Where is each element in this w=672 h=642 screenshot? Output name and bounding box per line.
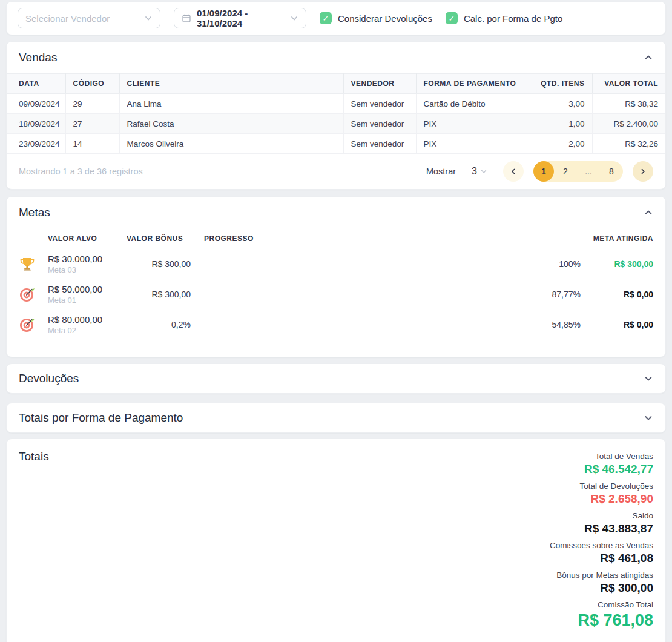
meta-valor-alvo: R$ 50.000,00 xyxy=(48,284,127,294)
chevron-down-icon xyxy=(144,14,153,22)
section-title-totais: Totais xyxy=(19,450,49,635)
total-comissao-total: Comissão Total R$ 761,08 xyxy=(550,600,653,630)
progress-percent: 87,77% xyxy=(544,290,581,299)
total-label: Total de Devoluções xyxy=(550,482,653,491)
meta-row: R$ 30.000,00 Meta 03 R$ 300,00 100% R$ 3… xyxy=(7,249,665,279)
chevron-up-icon[interactable] xyxy=(644,208,653,217)
chevron-up-icon[interactable] xyxy=(644,53,653,62)
cell-codigo: 14 xyxy=(65,134,119,154)
cell-cliente: Rafael Costa xyxy=(119,114,343,134)
chevron-down-icon[interactable] xyxy=(644,374,653,383)
meta-name: Meta 03 xyxy=(48,265,127,274)
total-bonus-metas: Bônus por Metas atingidas R$ 300,00 xyxy=(550,571,653,595)
cell-vendedor: Sem vendedor xyxy=(343,94,416,114)
metas-section: Metas VALOR ALVO VALOR BÔNUS PROGRESSO M… xyxy=(6,196,666,357)
total-value: R$ 46.542,77 xyxy=(550,463,653,476)
cell-data: 09/09/2024 xyxy=(7,94,65,114)
checkbox-considerar-devolucoes[interactable]: ✓ Considerar Devoluções xyxy=(320,12,432,24)
chevron-down-icon xyxy=(480,168,487,175)
page-size-select[interactable]: 3 xyxy=(472,166,487,177)
checkbox-calc-forma-pgto[interactable]: ✓ Calc. por Forma de Pgto xyxy=(446,12,562,24)
cell-forma: PIX xyxy=(416,114,532,134)
col-codigo: CÓDIGO xyxy=(65,74,119,94)
page-button-2[interactable]: 2 xyxy=(554,167,577,176)
chevron-down-icon xyxy=(290,14,298,22)
totais-section: Totais Total de Vendas R$ 46.542,77 Tota… xyxy=(6,438,666,642)
col-forma-pagamento: FORMA DE PAGAMENTO xyxy=(416,74,532,94)
section-title-metas: Metas xyxy=(19,206,50,219)
table-row: 09/09/2024 29 Ana Lima Sem vendedor Cart… xyxy=(7,94,665,114)
meta-atingida-value: R$ 0,00 xyxy=(581,320,653,329)
meta-row: R$ 50.000,00 Meta 01 R$ 300,00 87,77% R$… xyxy=(7,279,665,309)
meta-valor-bonus: R$ 300,00 xyxy=(127,290,199,299)
cell-data: 18/09/2024 xyxy=(7,114,65,134)
metas-col-valor-alvo: VALOR ALVO xyxy=(48,234,127,243)
chevron-down-icon[interactable] xyxy=(644,413,653,423)
total-label: Comissão Total xyxy=(550,600,653,609)
col-data: DATA xyxy=(7,74,65,94)
metas-col-meta-atingida: META ATINGIDA xyxy=(581,234,653,243)
cell-valor: R$ 2.400,00 xyxy=(592,114,665,134)
col-valor-total: VALOR TOTAL xyxy=(592,74,665,94)
cell-valor: R$ 38,32 xyxy=(592,94,665,114)
total-value: R$ 43.883,87 xyxy=(550,522,653,535)
devolucoes-section-header[interactable]: Devoluções xyxy=(7,364,665,393)
metas-section-header[interactable]: Metas xyxy=(7,197,665,228)
page-button-8[interactable]: 8 xyxy=(600,167,623,176)
table-header-row: DATA CÓDIGO CLIENTE VENDEDOR FORMA DE PA… xyxy=(7,74,665,94)
target-icon xyxy=(19,286,48,303)
date-range-picker[interactable]: 01/09/2024 - 31/10/2024 xyxy=(174,8,306,28)
cell-data: 23/09/2024 xyxy=(7,134,65,154)
pagination-bar: Mostrando 1 a 3 de 36 registros Mostrar … xyxy=(7,154,665,189)
table-row: 18/09/2024 27 Rafael Costa Sem vendedor … xyxy=(7,114,665,134)
next-page-button[interactable] xyxy=(633,161,653,182)
cell-codigo: 29 xyxy=(65,94,119,114)
devolucoes-section: Devoluções xyxy=(6,363,666,394)
total-label: Bônus por Metas atingidas xyxy=(550,571,653,580)
totais-forma-section: Totais por Forma de Pagamento xyxy=(6,403,666,433)
prev-page-button[interactable] xyxy=(503,161,524,182)
cell-codigo: 27 xyxy=(65,114,119,134)
meta-row: R$ 80.000,00 Meta 02 0,2% 54,85% R$ 0,00 xyxy=(7,309,665,340)
page-size-value: 3 xyxy=(472,166,477,177)
page-button-1[interactable]: 1 xyxy=(533,161,554,182)
meta-name: Meta 02 xyxy=(48,326,127,335)
meta-name: Meta 01 xyxy=(48,296,127,305)
meta-valor-bonus: 0,2% xyxy=(127,320,199,329)
meta-valor-bonus: R$ 300,00 xyxy=(127,259,199,269)
vendas-section: Vendas DATA CÓDIGO CLIENTE VENDEDOR FORM… xyxy=(6,41,666,190)
pagination-summary: Mostrando 1 a 3 de 36 registros xyxy=(19,167,143,176)
check-icon: ✓ xyxy=(446,12,458,24)
total-value: R$ 461,08 xyxy=(550,552,653,565)
progress-percent: 100% xyxy=(544,259,581,269)
page-ellipsis: ... xyxy=(577,167,600,176)
metas-col-progresso: PROGRESSO xyxy=(204,234,536,243)
meta-valor-alvo: R$ 30.000,00 xyxy=(48,254,127,264)
metas-header-row: VALOR ALVO VALOR BÔNUS PROGRESSO META AT… xyxy=(7,228,665,249)
cell-vendedor: Sem vendedor xyxy=(343,114,416,134)
cell-forma: Cartão de Débito xyxy=(416,94,532,114)
vendor-select-placeholder: Selecionar Vendedor xyxy=(25,13,110,24)
meta-atingida-value: R$ 0,00 xyxy=(581,290,653,299)
chevron-left-icon xyxy=(510,168,517,175)
cell-qtd: 3,00 xyxy=(532,94,592,114)
trophy-icon xyxy=(19,256,48,273)
total-value: R$ 761,08 xyxy=(550,611,653,630)
vendor-select[interactable]: Selecionar Vendedor xyxy=(18,8,160,28)
vendas-section-header[interactable]: Vendas xyxy=(7,42,665,73)
meta-valor-alvo: R$ 80.000,00 xyxy=(48,314,127,325)
page-list: 1 2 ... 8 xyxy=(533,161,623,182)
totais-forma-section-header[interactable]: Totais por Forma de Pagamento xyxy=(7,403,665,432)
col-cliente: CLIENTE xyxy=(119,74,343,94)
table-row: 23/09/2024 14 Marcos Oliveira Sem vended… xyxy=(7,134,665,154)
cell-qtd: 1,00 xyxy=(532,114,592,134)
meta-atingida-value: R$ 300,00 xyxy=(581,259,653,269)
checkbox-label: Considerar Devoluções xyxy=(338,13,432,24)
section-title-devolucoes: Devoluções xyxy=(19,372,79,385)
date-range-value: 01/09/2024 - 31/10/2024 xyxy=(197,8,279,28)
calendar-icon xyxy=(182,13,191,23)
total-vendas: Total de Vendas R$ 46.542,77 xyxy=(550,452,653,476)
check-icon: ✓ xyxy=(320,12,332,24)
total-comissoes-vendas: Comissões sobre as Vendas R$ 461,08 xyxy=(550,541,653,565)
total-saldo: Saldo R$ 43.883,87 xyxy=(550,511,653,535)
